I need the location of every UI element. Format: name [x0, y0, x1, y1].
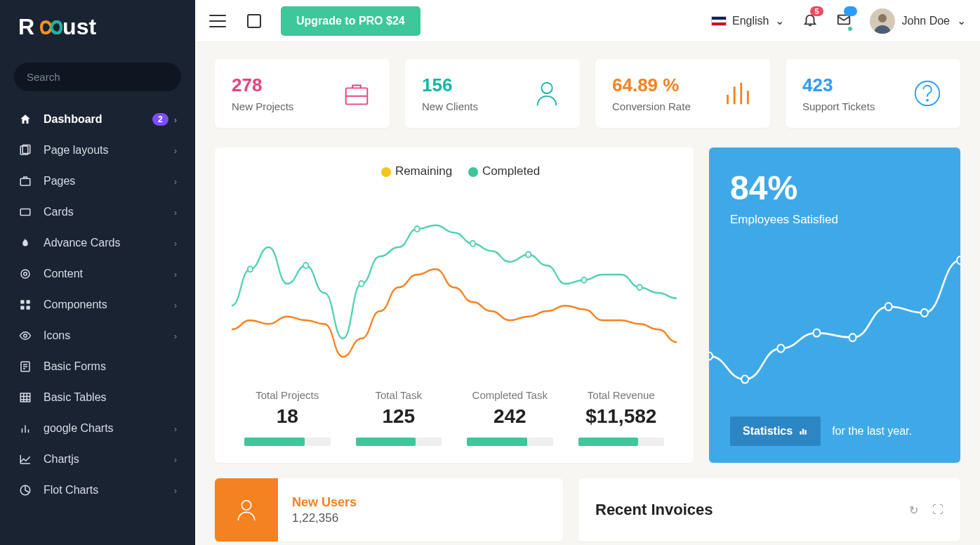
bar-chart-icon	[18, 421, 32, 435]
satisfaction-pct: 84%	[730, 169, 939, 207]
search-input[interactable]: Search	[14, 63, 181, 91]
svg-rect-2	[20, 178, 30, 185]
layout-icon	[18, 143, 32, 157]
sidebar-item-chartjs[interactable]: Chartjs ›	[0, 444, 195, 475]
messages[interactable]: 8	[836, 12, 852, 30]
cstat-revenue: Total Revenue$11,582	[566, 389, 677, 446]
flag-icon	[711, 16, 727, 26]
cstat-completed: Completed Task242	[454, 389, 566, 446]
svg-point-51	[921, 309, 928, 317]
sidebar-item-components[interactable]: Components ›	[0, 289, 195, 320]
fire-icon	[18, 236, 32, 250]
cstat-projects: Total Projects18	[232, 389, 343, 446]
new-users-card[interactable]: New Users 1,22,356	[215, 478, 563, 541]
sidebar-item-flot-charts[interactable]: Flot Charts ›	[0, 475, 195, 506]
svg-point-27	[878, 14, 887, 22]
svg-point-45	[709, 353, 713, 360]
satisfaction-label: Employees Satisfied	[730, 213, 939, 227]
table-icon	[18, 390, 32, 405]
user-icon	[531, 77, 563, 110]
svg-point-48	[813, 329, 820, 337]
sidebar-item-page-layouts[interactable]: Page layouts ›	[0, 135, 195, 166]
sidebar-item-google-charts[interactable]: google Charts ›	[0, 413, 195, 444]
upgrade-button[interactable]: Upgrade to PRO $24	[281, 6, 421, 36]
stat-label: New Projects	[232, 100, 293, 112]
online-dot	[847, 26, 853, 32]
svg-rect-54	[802, 429, 804, 435]
sidebar-item-dashboard[interactable]: Dashboard 2 ›	[0, 104, 195, 135]
sidebar-item-basic-tables[interactable]: Basic Tables	[0, 382, 195, 413]
sidebar-item-label: Pages	[44, 175, 174, 188]
svg-point-47	[777, 345, 784, 353]
svg-rect-15	[20, 393, 30, 402]
chart-legend: Remaining Completed	[232, 164, 677, 178]
dashboard-badge: 2	[152, 113, 168, 126]
chevron-right-icon: ›	[174, 300, 177, 310]
stat-support[interactable]: 423Support Tickets	[786, 59, 960, 128]
main-chart-card: Remaining Completed Total Projects18 Tot…	[215, 147, 694, 463]
briefcase-icon	[18, 174, 32, 188]
chevron-down-icon: ⌄	[775, 14, 784, 27]
cstat-task: Total Task125	[343, 389, 455, 446]
sidebar-item-label: Page layouts	[44, 144, 174, 157]
sidebar-item-label: Icons	[44, 329, 174, 342]
grid-icon	[18, 298, 32, 312]
form-icon	[18, 360, 32, 374]
stat-new-clients[interactable]: 156New Clients	[405, 59, 580, 128]
notifications[interactable]: 5	[802, 12, 818, 30]
svg-rect-9	[27, 306, 30, 310]
sidebar-item-basic-forms[interactable]: Basic Forms	[0, 351, 195, 382]
svg-rect-3	[20, 209, 30, 216]
svg-rect-8	[20, 306, 24, 310]
side-footer-text: for the last year.	[832, 425, 912, 438]
svg-point-46	[741, 376, 748, 383]
chevron-right-icon: ›	[174, 423, 177, 434]
chevron-down-icon: ⌄	[957, 14, 966, 27]
sidebar-menu: Dashboard 2 › Page layouts › Pages › Car…	[0, 104, 195, 506]
svg-point-50	[885, 303, 892, 310]
sidebar-item-content[interactable]: Content ›	[0, 258, 195, 289]
chevron-right-icon: ›	[174, 331, 177, 341]
new-users-title: New Users	[292, 495, 357, 510]
sidebar-item-label: google Charts	[44, 422, 174, 435]
stat-label: Conversion Rate	[612, 100, 691, 112]
svg-point-37	[248, 266, 253, 272]
legend-remaining: Remaining	[395, 164, 452, 178]
sidebar-item-cards[interactable]: Cards ›	[0, 197, 195, 228]
recent-invoices-title: Recent Invoices	[595, 501, 713, 519]
content: 278New Projects 156New Clients 64.89 %Co…	[195, 42, 980, 545]
stat-label: New Clients	[422, 100, 478, 112]
stat-conversion[interactable]: 64.89 %Conversion Rate	[595, 59, 770, 128]
user-name: John Doe	[902, 15, 951, 27]
topbar: Upgrade to PRO $24 English ⌄ 5 8 John Do…	[195, 0, 980, 42]
pie-chart-icon	[18, 483, 32, 497]
stat-new-projects[interactable]: 278New Projects	[215, 59, 390, 128]
legend-dot-remaining	[381, 167, 391, 177]
sidebar-item-icons[interactable]: Icons ›	[0, 320, 195, 351]
logo[interactable]: R ust	[0, 14, 195, 54]
svg-point-38	[303, 263, 308, 268]
svg-point-4	[21, 270, 29, 278]
stat-value: 156	[422, 74, 478, 96]
expand-icon[interactable]: ⛶	[932, 504, 943, 517]
chevron-right-icon: ›	[174, 114, 177, 125]
line-chart	[232, 192, 677, 375]
sidebar-item-label: Dashboard	[44, 113, 152, 126]
menu-toggle[interactable]	[209, 15, 226, 27]
sidebar-item-pages[interactable]: Pages ›	[0, 166, 195, 197]
refresh-icon[interactable]: ↻	[909, 504, 918, 517]
language-selector[interactable]: English ⌄	[711, 14, 783, 27]
sidebar-item-advance-cards[interactable]: Advance Cards ›	[0, 228, 195, 258]
fullscreen-icon[interactable]	[247, 14, 261, 28]
chevron-right-icon: ›	[174, 207, 177, 218]
stat-value: 423	[802, 74, 875, 96]
svg-rect-6	[20, 300, 24, 303]
sidebar: R ust Search Dashboard 2 › Page layouts …	[0, 0, 195, 545]
avatar	[870, 8, 895, 34]
chart-stats: Total Projects18 Total Task125 Completed…	[232, 389, 677, 446]
svg-point-10	[24, 334, 27, 338]
satisfaction-chart	[709, 248, 960, 402]
bar-chart-icon	[721, 77, 753, 110]
statistics-button[interactable]: Statistics	[730, 416, 821, 446]
user-menu[interactable]: John Doe ⌄	[870, 8, 967, 34]
